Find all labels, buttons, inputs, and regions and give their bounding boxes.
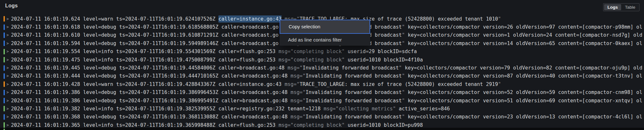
expand-chevron-icon[interactable]: > <box>6 33 11 37</box>
log-row[interactable]: > 2024-07-11 16:01:19.428 level=warn ts=… <box>0 80 644 88</box>
log-row[interactable]: > 2024-07-11 16:01:19.554 level=info ts=… <box>0 48 644 56</box>
log-level-bar <box>4 32 5 38</box>
log-level-bar <box>4 16 5 22</box>
expand-chevron-icon[interactable]: > <box>6 82 11 86</box>
log-level-bar <box>4 57 5 62</box>
expand-chevron-icon[interactable]: > <box>6 42 11 45</box>
log-line-text: 2024-07-11 16:01:19.386 level=debug ts=2… <box>11 98 642 104</box>
logs-panel: Logs Logs Table > 2024-07-11 16:01:19.62… <box>0 0 644 130</box>
log-level-bar <box>4 122 5 128</box>
log-line-text: 2024-07-11 16:01:19.445 level=debug ts=2… <box>11 65 642 71</box>
log-level-bar <box>4 65 5 71</box>
expand-chevron-icon[interactable]: > <box>6 99 11 103</box>
next-row-level-bar <box>4 129 5 130</box>
expand-chevron-icon[interactable]: > <box>6 25 11 29</box>
log-level-bar <box>4 73 5 79</box>
log-level-bar <box>4 106 5 111</box>
log-row[interactable]: > 2024-07-11 16:01:19.382 level=info ts=… <box>0 105 644 113</box>
expand-chevron-icon[interactable]: > <box>6 107 11 111</box>
log-line-text: 2024-07-11 16:01:19.475 level=info ts=20… <box>11 57 423 63</box>
log-line-text: 2024-07-11 16:01:19.444 level=debug ts=2… <box>11 73 642 79</box>
log-level-bar <box>4 49 5 54</box>
expand-chevron-icon[interactable]: > <box>6 58 11 62</box>
expand-chevron-icon[interactable]: > <box>6 66 11 70</box>
log-level-bar <box>4 81 5 87</box>
log-line-text: 2024-07-11 16:01:19.382 level=info ts=20… <box>11 106 450 112</box>
menu-item-add-line-contains-filter[interactable]: Add as line contains filter <box>280 34 370 46</box>
expand-chevron-icon[interactable]: > <box>6 90 11 94</box>
log-line-text: 2024-07-11 16:01:19.368 level=debug ts=2… <box>11 114 642 120</box>
log-row[interactable]: > 2024-07-11 16:01:19.386 level=debug ts… <box>0 97 644 105</box>
expand-chevron-icon[interactable]: > <box>6 50 11 53</box>
log-row[interactable]: > 2024-07-11 16:01:19.368 level=debug ts… <box>0 113 644 121</box>
log-line-text: 2024-07-11 16:01:19.624 level=warn ts=20… <box>11 16 501 22</box>
view-toggle-table[interactable]: Table <box>622 4 639 10</box>
context-menu: Copy selection Add as line contains filt… <box>280 20 370 46</box>
log-level-bar <box>4 114 5 120</box>
horizontal-scrollbar[interactable] <box>0 128 644 130</box>
panel-title: Logs <box>5 3 18 9</box>
log-line-text: 2024-07-11 16:01:19.365 level=info ts=20… <box>11 122 423 128</box>
expand-chevron-icon[interactable]: > <box>6 123 11 127</box>
menu-item-copy-selection[interactable]: Copy selection <box>280 20 370 34</box>
expand-chevron-icon[interactable]: > <box>6 115 11 119</box>
expand-chevron-icon[interactable]: > <box>6 74 11 78</box>
log-line-text: 2024-07-11 16:01:19.428 level=warn ts=20… <box>11 81 501 87</box>
log-line-text: 2024-07-11 16:01:19.554 level=info ts=20… <box>11 49 417 54</box>
log-row[interactable]: > 2024-07-11 16:01:19.475 level=info ts=… <box>0 56 644 64</box>
selected-text: caller=instance.go:43 <box>218 15 282 23</box>
log-row[interactable]: > 2024-07-11 16:01:19.386 level=debug ts… <box>0 88 644 97</box>
log-row[interactable]: > 2024-07-11 16:01:19.445 level=debug ts… <box>0 64 644 72</box>
view-toggle: Logs Table <box>603 3 639 11</box>
log-level-bar <box>4 90 5 95</box>
log-row[interactable]: > 2024-07-11 16:01:19.444 level=debug ts… <box>0 72 644 80</box>
expand-chevron-icon[interactable]: > <box>6 17 11 21</box>
log-line-text: 2024-07-11 16:01:19.386 level=debug ts=2… <box>11 89 642 95</box>
view-toggle-logs[interactable]: Logs <box>604 4 621 10</box>
log-level-bar <box>4 24 5 30</box>
log-level-bar <box>4 41 5 46</box>
log-level-bar <box>4 98 5 103</box>
